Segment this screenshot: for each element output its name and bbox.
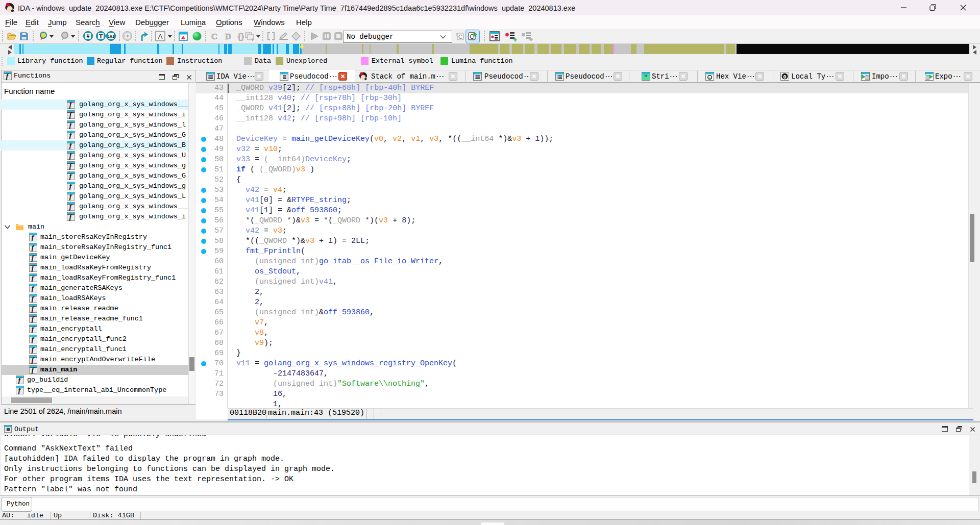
svg-text:{}: {} — [238, 32, 244, 41]
svg-text:0: 0 — [783, 74, 786, 80]
svg-text:C: C — [458, 34, 462, 40]
svg-text:101: 101 — [108, 35, 115, 39]
svg-text:#: # — [86, 33, 89, 39]
svg-text:“: “ — [644, 73, 648, 81]
svg-text:C: C — [211, 32, 217, 41]
svg-text:T: T — [99, 33, 103, 40]
svg-text:A: A — [158, 33, 163, 40]
svg-text:D: D — [225, 32, 231, 41]
